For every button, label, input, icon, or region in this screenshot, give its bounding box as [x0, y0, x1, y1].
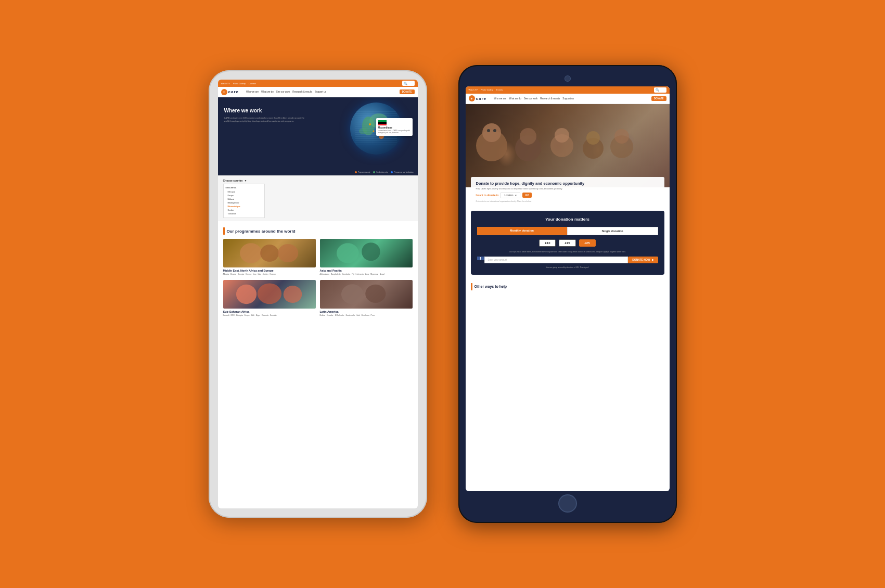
donate-arrow-icon: ▶ — [652, 258, 654, 261]
donate-button-white[interactable]: DONATE — [400, 90, 415, 94]
watch-tv-link-dark[interactable]: Watch TV — [469, 88, 478, 91]
prog-region-1: Middle East, North Africa and Europe — [223, 269, 316, 272]
single-donation-tab[interactable]: Single donation — [567, 227, 658, 235]
photo-gallery-link-dark[interactable]: Photo Gallery — [481, 88, 493, 91]
mozambique-flag — [378, 120, 387, 125]
donation-input-row: f Enter your amount DONATE NOW ▶ — [477, 257, 658, 263]
legend-fundraising-label: Fundraising only — [376, 171, 388, 173]
amount-input-placeholder: Enter your amount — [488, 259, 507, 261]
location-chevron-icon: ▼ — [515, 194, 517, 197]
svg-point-11 — [337, 243, 359, 263]
dropdown-item-kenya[interactable]: Kenya — [226, 194, 262, 197]
nav-links-dark: Who we are What we do See our work Resea… — [494, 97, 648, 100]
facebook-icon: f — [477, 257, 484, 260]
what-we-do-link[interactable]: What we do — [261, 91, 274, 93]
dark-hero-bg — [466, 104, 670, 187]
svg-point-0 — [362, 117, 375, 135]
svg-point-2 — [359, 128, 367, 134]
svg-point-25 — [586, 131, 600, 145]
location-select[interactable]: Location ▼ — [501, 193, 520, 198]
legend-dot-both — [391, 171, 393, 173]
contact-link[interactable]: Contact — [249, 82, 256, 85]
amount-25[interactable]: £25 — [579, 239, 596, 247]
programme-image-2 — [320, 239, 413, 267]
search-icon-dark: 🔍 — [656, 88, 659, 92]
secondary-nav-dark: Watch TV Photo Gallery Events 🔍 — [466, 86, 670, 94]
logo-star-icon-dark: ✦ — [469, 95, 475, 101]
legend-fundraising: Fundraising only — [373, 171, 388, 173]
legend-dot-fundraising — [373, 171, 375, 173]
donation-description: £25 buys micro water filters, somewhere … — [477, 251, 658, 253]
programme-image-1 — [223, 239, 316, 267]
donate-headline: Donate to provide hope, dignity and econ… — [476, 181, 659, 186]
dark-tablet-camera — [565, 75, 571, 82]
white-tablet-screen: Watch TV Photo Gallery Contact 🔍 ✦ care … — [218, 80, 418, 508]
donation-amount-input[interactable]: Enter your amount — [484, 257, 629, 263]
svg-point-28 — [487, 129, 490, 132]
see-our-work-link[interactable]: See our work — [276, 91, 290, 93]
prog-countries-1: Albania · Bosnia · Georgia · Greece · Ir… — [223, 273, 316, 276]
photo-gallery-link[interactable]: Photo Gallery — [233, 82, 246, 85]
legend-dot-programmes — [355, 171, 357, 173]
see-our-work-dark[interactable]: See our work — [524, 97, 538, 100]
research-dark[interactable]: Research & results — [540, 97, 560, 100]
care-logo-white: ✦ care — [221, 89, 239, 95]
donate-now-label: DONATE NOW — [632, 258, 650, 261]
support-us-link[interactable]: Support us — [315, 91, 326, 93]
monthly-donation-tab[interactable]: Monthly donation — [477, 227, 567, 235]
hero-text-white: Where we work CARE works in over 100 cou… — [218, 97, 314, 175]
tooltip-details: Humanitarian focus | CARE is responding … — [378, 130, 411, 134]
donate-subtext: Help CARE fight poverty and respond to d… — [476, 187, 659, 190]
programmes-section-title: Our programmes around the world — [223, 227, 413, 235]
research-results-link[interactable]: Research & results — [292, 91, 312, 93]
what-we-do-dark[interactable]: What we do — [509, 97, 521, 100]
hero-title-white: Where we work — [224, 108, 307, 113]
dark-tablet-home-button[interactable] — [558, 494, 577, 513]
dropdown-section-label: East Africa — [226, 186, 262, 189]
donation-box: Your donation matters Monthly donation S… — [471, 211, 664, 275]
dropdown-item-mozambique[interactable]: Mozambique — [226, 204, 262, 208]
events-link-dark[interactable]: Events — [496, 88, 503, 91]
location-placeholder: Location — [504, 194, 513, 197]
prog-region-3: Sub-Saharan Africa — [223, 310, 316, 313]
donate-note: Or donate to our international organizat… — [476, 200, 659, 202]
programme-card-4: Latin America Bolivia · Ecuador · El Sal… — [320, 280, 413, 317]
search-box[interactable]: 🔍 — [402, 81, 415, 86]
go-button[interactable]: GO — [522, 193, 532, 198]
dropdown-item-malawi[interactable]: Malawi — [226, 197, 262, 201]
dark-tablet-screen: Watch TV Photo Gallery Events 🔍 ✦ care W… — [466, 86, 670, 491]
dark-hero-faces — [466, 104, 670, 187]
choose-country-label[interactable]: Choose country ▼ — [223, 179, 413, 182]
primary-nav-white: ✦ care Who we are What we do See our wor… — [218, 87, 418, 97]
primary-nav-dark: ✦ care Who we are What we do See our wor… — [466, 94, 670, 104]
who-we-are-dark[interactable]: Who we are — [494, 97, 506, 100]
amount-15[interactable]: £15 — [559, 239, 575, 247]
programme-img-svg-4 — [320, 280, 413, 309]
support-us-dark[interactable]: Support us — [562, 97, 574, 100]
dropdown-item-tanzania[interactable]: Tanzania — [226, 212, 262, 215]
other-ways-header: Other ways to help — [471, 283, 664, 290]
svg-point-19 — [482, 123, 501, 142]
svg-point-17 — [365, 285, 386, 303]
prog-region-4: Latin America — [320, 310, 413, 313]
svg-point-7 — [373, 131, 374, 132]
programme-cards-grid: Middle East, North Africa and Europe Alb… — [223, 239, 413, 317]
svg-point-14 — [257, 283, 281, 304]
logo-text-white: care — [228, 90, 239, 94]
who-we-are-link[interactable]: Who we are — [246, 91, 259, 93]
svg-point-8 — [240, 243, 262, 263]
hero-desc-white: CARE works in over 100 countries and rea… — [224, 117, 307, 123]
legend-both: Programme and fundraising — [391, 171, 413, 173]
donate-button-dark[interactable]: DONATE — [651, 96, 666, 101]
prog-region-2: Asia and Pacific — [320, 269, 413, 272]
donate-now-button[interactable]: DONATE NOW ▶ — [628, 257, 658, 263]
svg-point-9 — [260, 245, 279, 262]
white-tablet: Watch TV Photo Gallery Contact 🔍 ✦ care … — [209, 70, 427, 518]
amount-10[interactable]: £10 — [539, 239, 556, 247]
dropdown-item-ethiopia[interactable]: Ethiopia — [226, 190, 262, 194]
watch-tv-link[interactable]: Watch TV — [221, 82, 230, 85]
dropdown-item-madagascar[interactable]: Madagascar — [226, 201, 262, 204]
search-box-dark[interactable]: 🔍 — [654, 87, 666, 93]
secondary-nav-white: Watch TV Photo Gallery Contact 🔍 — [218, 80, 418, 87]
dropdown-item-sudan[interactable]: Sudan — [226, 208, 262, 212]
